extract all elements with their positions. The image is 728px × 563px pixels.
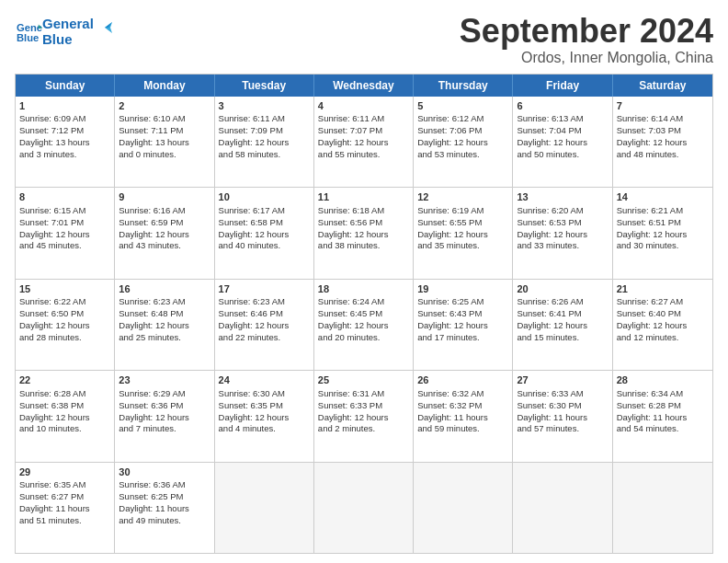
day-number: 15 xyxy=(19,282,110,296)
day-info-line: Sunrise: 6:32 AM xyxy=(417,388,508,400)
day-number: 20 xyxy=(517,282,608,296)
day-info-line: Sunset: 6:41 PM xyxy=(517,308,608,320)
day-info-line: and 50 minutes. xyxy=(517,149,608,161)
day-info-line: Sunrise: 6:09 AM xyxy=(19,113,110,125)
day-info-line: Sunrise: 6:23 AM xyxy=(119,296,210,308)
day-info-line: Sunset: 7:12 PM xyxy=(19,125,110,137)
day-info-line: Daylight: 12 hours xyxy=(119,229,210,241)
location: Ordos, Inner Mongolia, China xyxy=(460,50,713,66)
day-info-line: Sunrise: 6:28 AM xyxy=(19,388,110,400)
calendar-cell: 25Sunrise: 6:31 AMSunset: 6:33 PMDayligh… xyxy=(314,371,414,461)
day-info-line: Daylight: 12 hours xyxy=(517,320,608,332)
day-info-line: Sunset: 6:32 PM xyxy=(417,400,508,412)
day-number: 28 xyxy=(617,373,709,387)
logo: General Blue General Blue xyxy=(15,17,114,47)
page-header: General Blue General Blue September 2024… xyxy=(15,13,713,66)
day-info-line: Sunrise: 6:13 AM xyxy=(517,113,608,125)
day-number: 8 xyxy=(19,190,110,204)
day-info-line: Sunrise: 6:35 AM xyxy=(19,479,110,491)
day-info-line: Sunset: 6:59 PM xyxy=(119,217,210,229)
day-info-line: Daylight: 12 hours xyxy=(19,229,110,241)
day-info-line: Daylight: 12 hours xyxy=(617,320,709,332)
logo-text-general: General xyxy=(42,17,94,32)
day-info-line: Sunset: 6:25 PM xyxy=(119,491,210,503)
day-number: 19 xyxy=(417,282,508,296)
calendar-cell xyxy=(215,463,314,553)
day-info-line: Sunset: 6:56 PM xyxy=(318,217,409,229)
day-info-line: and 2 minutes. xyxy=(318,423,409,435)
calendar-cell: 15Sunrise: 6:22 AMSunset: 6:50 PMDayligh… xyxy=(16,280,115,370)
day-info-line: Daylight: 11 hours xyxy=(517,412,608,424)
svg-text:Blue: Blue xyxy=(17,31,39,42)
day-number: 13 xyxy=(517,190,608,204)
calendar-cell: 6Sunrise: 6:13 AMSunset: 7:04 PMDaylight… xyxy=(513,97,612,187)
calendar-row-2: 8Sunrise: 6:15 AMSunset: 7:01 PMDaylight… xyxy=(16,187,712,278)
day-number: 7 xyxy=(617,99,709,113)
calendar-cell: 11Sunrise: 6:18 AMSunset: 6:56 PMDayligh… xyxy=(314,188,414,278)
day-info-line: Sunrise: 6:27 AM xyxy=(617,296,709,308)
header-day-monday: Monday xyxy=(115,75,214,97)
day-info-line: Sunrise: 6:30 AM xyxy=(219,388,310,400)
day-info-line: Sunset: 7:09 PM xyxy=(219,125,310,137)
calendar-cell: 2Sunrise: 6:10 AMSunset: 7:11 PMDaylight… xyxy=(115,97,214,187)
day-number: 3 xyxy=(219,99,310,113)
day-info-line: and 49 minutes. xyxy=(119,515,210,527)
day-info-line: Sunrise: 6:10 AM xyxy=(119,113,210,125)
month-title: September 2024 xyxy=(460,13,713,50)
calendar-cell: 29Sunrise: 6:35 AMSunset: 6:27 PMDayligh… xyxy=(16,463,115,553)
day-info-line: Sunset: 6:30 PM xyxy=(517,400,608,412)
day-info-line: and 17 minutes. xyxy=(417,332,508,344)
day-info-line: and 10 minutes. xyxy=(19,423,110,435)
day-number: 12 xyxy=(417,190,508,204)
day-info-line: Sunset: 6:55 PM xyxy=(417,217,508,229)
calendar-cell xyxy=(314,463,414,553)
calendar-cell: 13Sunrise: 6:20 AMSunset: 6:53 PMDayligh… xyxy=(513,188,612,278)
day-info-line: Sunrise: 6:14 AM xyxy=(617,113,709,125)
day-info-line: Daylight: 13 hours xyxy=(119,137,210,149)
day-info-line: and 48 minutes. xyxy=(617,149,709,161)
day-number: 30 xyxy=(119,465,210,479)
header-day-saturday: Saturday xyxy=(613,75,712,97)
day-info-line: Sunset: 7:06 PM xyxy=(417,125,508,137)
day-info-line: and 53 minutes. xyxy=(417,149,508,161)
calendar-header: SundayMondayTuesdayWednesdayThursdayFrid… xyxy=(16,75,712,97)
day-number: 18 xyxy=(318,282,409,296)
day-info-line: and 43 minutes. xyxy=(119,240,210,252)
day-info-line: Daylight: 12 hours xyxy=(219,320,310,332)
day-info-line: and 30 minutes. xyxy=(617,240,709,252)
calendar-cell: 21Sunrise: 6:27 AMSunset: 6:40 PMDayligh… xyxy=(613,280,712,370)
calendar-cell: 12Sunrise: 6:19 AMSunset: 6:55 PMDayligh… xyxy=(414,188,513,278)
calendar-row-5: 29Sunrise: 6:35 AMSunset: 6:27 PMDayligh… xyxy=(16,462,712,553)
title-block: September 2024 Ordos, Inner Mongolia, Ch… xyxy=(460,13,713,66)
day-number: 27 xyxy=(517,373,608,387)
day-info-line: and 45 minutes. xyxy=(19,240,110,252)
day-info-line: Daylight: 12 hours xyxy=(617,229,709,241)
calendar-cell: 8Sunrise: 6:15 AMSunset: 7:01 PMDaylight… xyxy=(16,188,115,278)
day-info-line: Sunset: 6:27 PM xyxy=(19,491,110,503)
day-number: 16 xyxy=(119,282,210,296)
day-info-line: Sunset: 6:28 PM xyxy=(617,400,709,412)
day-info-line: and 59 minutes. xyxy=(417,423,508,435)
calendar: SundayMondayTuesdayWednesdayThursdayFrid… xyxy=(15,74,713,554)
day-info-line: Sunset: 7:07 PM xyxy=(318,125,409,137)
day-info-line: Sunrise: 6:24 AM xyxy=(318,296,409,308)
day-info-line: and 7 minutes. xyxy=(119,423,210,435)
day-info-line: Sunset: 6:35 PM xyxy=(219,400,310,412)
calendar-cell: 1Sunrise: 6:09 AMSunset: 7:12 PMDaylight… xyxy=(16,97,115,187)
day-info-line: Sunrise: 6:22 AM xyxy=(19,296,110,308)
day-info-line: Daylight: 12 hours xyxy=(318,320,409,332)
day-info-line: Sunrise: 6:31 AM xyxy=(318,388,409,400)
day-info-line: and 35 minutes. xyxy=(417,240,508,252)
calendar-cell: 30Sunrise: 6:36 AMSunset: 6:25 PMDayligh… xyxy=(115,463,214,553)
day-info-line: Sunrise: 6:25 AM xyxy=(417,296,508,308)
day-number: 2 xyxy=(119,99,210,113)
header-day-tuesday: Tuesday xyxy=(215,75,314,97)
day-number: 23 xyxy=(119,373,210,387)
calendar-cell: 9Sunrise: 6:16 AMSunset: 6:59 PMDaylight… xyxy=(115,188,214,278)
day-info-line: Daylight: 12 hours xyxy=(517,137,608,149)
day-info-line: Sunset: 6:33 PM xyxy=(318,400,409,412)
day-info-line: Sunrise: 6:20 AM xyxy=(517,205,608,217)
day-number: 1 xyxy=(19,99,110,113)
header-day-friday: Friday xyxy=(513,75,612,97)
day-number: 10 xyxy=(219,190,310,204)
